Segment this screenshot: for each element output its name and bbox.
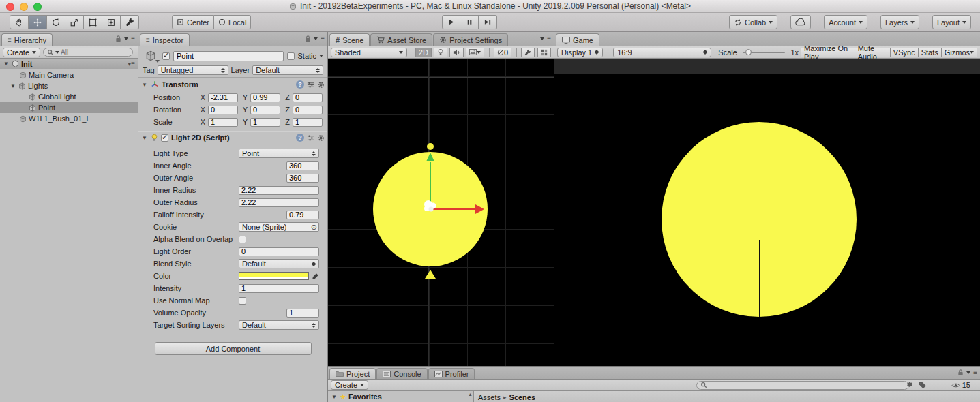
transform-header[interactable]: ▼ Transform ? bbox=[138, 78, 327, 91]
hierarchy-item-main-camera[interactable]: Main Camera bbox=[0, 69, 138, 80]
hidden-packages-toggle[interactable]: 15 bbox=[951, 381, 970, 389]
hierarchy-item-globallight[interactable]: GlobalLight bbox=[0, 91, 138, 102]
lock-icon[interactable] bbox=[957, 369, 964, 376]
position-z-field[interactable] bbox=[293, 93, 323, 102]
volume-opacity-field[interactable] bbox=[286, 309, 319, 318]
layer-dropdown[interactable]: Default bbox=[252, 65, 323, 75]
rotation-x-field[interactable] bbox=[208, 106, 238, 114]
light-gizmo-sprite-icon[interactable] bbox=[421, 198, 439, 215]
hierarchy-search-input[interactable] bbox=[61, 48, 129, 56]
scale-tool-button[interactable] bbox=[65, 15, 84, 29]
panel-menu-caret-icon[interactable] bbox=[124, 37, 128, 40]
add-component-button[interactable]: Add Component bbox=[155, 342, 312, 355]
tab-game[interactable]: Game bbox=[556, 33, 599, 46]
close-window-button[interactable] bbox=[6, 3, 14, 11]
scale-y-field[interactable] bbox=[250, 118, 280, 127]
rotation-y-field[interactable] bbox=[250, 106, 280, 114]
play-button[interactable] bbox=[442, 15, 460, 29]
favorites-row[interactable]: ▼ ★ Favorites bbox=[328, 391, 473, 402]
hierarchy-item-lights[interactable]: ▼ Lights bbox=[0, 80, 138, 91]
outer-angle-field[interactable] bbox=[286, 174, 319, 183]
scale-x-field[interactable] bbox=[208, 118, 238, 127]
scroll-up-arrow[interactable]: ▲ bbox=[468, 392, 473, 397]
static-dropdown[interactable]: Static bbox=[287, 52, 323, 60]
light-outer-radius-handle[interactable] bbox=[425, 270, 436, 279]
search-filter-caret-icon[interactable] bbox=[55, 51, 59, 54]
blend-style-dropdown[interactable]: Default bbox=[239, 259, 319, 268]
move-gizmo-x-arrow-icon[interactable] bbox=[475, 204, 484, 214]
tab-project[interactable]: Project bbox=[329, 368, 376, 379]
hierarchy-search[interactable] bbox=[43, 48, 133, 57]
preset-icon[interactable] bbox=[307, 134, 314, 142]
scale-slider[interactable] bbox=[743, 52, 786, 53]
layout-dropdown[interactable]: Layout bbox=[932, 15, 971, 29]
lock-icon[interactable] bbox=[115, 35, 121, 42]
move-gizmo-y-arrow-icon[interactable] bbox=[426, 153, 434, 161]
lock-icon[interactable] bbox=[305, 35, 311, 42]
scene-visibility-toggle[interactable]: 0 bbox=[494, 48, 511, 57]
scene-viewport[interactable] bbox=[328, 59, 554, 366]
hierarchy-item-bush[interactable]: W1L1_Bush_01_L bbox=[0, 113, 138, 124]
use-normal-map-checkbox[interactable] bbox=[239, 297, 246, 305]
panel-menu-icon[interactable]: ≡ bbox=[131, 35, 135, 42]
lights-foldout-icon[interactable]: ▼ bbox=[10, 83, 16, 89]
preset-icon[interactable] bbox=[307, 81, 314, 89]
scene-foldout-icon[interactable]: ▼ bbox=[3, 61, 10, 67]
rect-tool-button[interactable] bbox=[84, 15, 102, 29]
aspect-ratio-dropdown[interactable]: 16:9 bbox=[613, 48, 711, 57]
help-icon[interactable]: ? bbox=[296, 80, 304, 89]
project-search-input[interactable] bbox=[709, 382, 905, 389]
custom-tool-button[interactable] bbox=[121, 15, 139, 29]
color-swatch[interactable] bbox=[239, 272, 309, 280]
gameobject-icon-large[interactable] bbox=[143, 49, 159, 63]
falloff-intensity-field[interactable] bbox=[286, 211, 319, 219]
tab-profiler[interactable]: Profiler bbox=[428, 368, 475, 379]
gear-icon[interactable] bbox=[317, 81, 325, 89]
transform-foldout-icon[interactable]: ▼ bbox=[141, 82, 148, 88]
rotation-z-field[interactable] bbox=[293, 106, 323, 114]
light2d-header[interactable]: ▼ Light 2D (Script) ? bbox=[138, 131, 327, 144]
panel-menu-icon[interactable]: ≡ bbox=[547, 35, 551, 42]
help-icon[interactable]: ? bbox=[296, 134, 304, 142]
active-checkbox[interactable] bbox=[162, 52, 170, 60]
project-create-button[interactable]: Create bbox=[331, 380, 368, 390]
scale-slider-knob[interactable] bbox=[745, 49, 752, 55]
panel-menu-caret-icon[interactable] bbox=[314, 37, 318, 40]
static-checkbox[interactable] bbox=[287, 52, 295, 60]
gear-icon[interactable] bbox=[317, 134, 325, 142]
search-by-label-icon[interactable] bbox=[919, 382, 927, 389]
tab-inspector[interactable]: ≡ Inspector bbox=[140, 33, 190, 46]
panel-menu-icon[interactable]: ≡ bbox=[973, 369, 977, 376]
tab-project-settings[interactable]: Project Settings bbox=[433, 33, 508, 46]
component-tools-button[interactable] bbox=[521, 48, 535, 57]
vsync-button[interactable]: VSync bbox=[890, 48, 919, 57]
inner-radius-field[interactable] bbox=[239, 186, 319, 195]
step-button[interactable] bbox=[479, 15, 497, 29]
maximize-on-play-button[interactable]: Maximize On Play bbox=[801, 48, 855, 57]
pause-button[interactable] bbox=[460, 15, 479, 29]
panel-menu-icon[interactable]: ≡ bbox=[321, 35, 325, 42]
scene-effects-dropdown[interactable] bbox=[466, 48, 484, 57]
tab-hierarchy[interactable]: ≡ Hierarchy bbox=[1, 33, 53, 46]
target-sorting-layers-dropdown[interactable]: Default bbox=[239, 320, 319, 330]
tab-console[interactable]: Console bbox=[376, 368, 427, 379]
cookie-object-field[interactable]: None (Sprite) ⊙ bbox=[239, 222, 319, 232]
object-picker-icon[interactable]: ⊙ bbox=[311, 223, 317, 231]
collab-dropdown[interactable]: Collab bbox=[729, 15, 777, 29]
favorites-foldout-icon[interactable]: ▼ bbox=[331, 394, 338, 400]
tag-dropdown[interactable]: Untagged bbox=[158, 65, 228, 75]
light-radius-handle[interactable] bbox=[427, 143, 434, 150]
tab-asset-store[interactable]: Asset Store bbox=[370, 33, 432, 46]
account-dropdown[interactable]: Account bbox=[824, 15, 867, 29]
scene-header-row[interactable]: ▼ Init ▾≡ bbox=[0, 59, 138, 69]
scene-lighting-toggle[interactable] bbox=[434, 48, 447, 57]
light2d-foldout-icon[interactable]: ▼ bbox=[141, 135, 148, 141]
intensity-field[interactable] bbox=[239, 284, 319, 293]
light2d-enabled-checkbox[interactable] bbox=[161, 134, 168, 142]
layers-dropdown[interactable]: Layers bbox=[880, 15, 919, 29]
zoom-window-button[interactable] bbox=[33, 3, 42, 11]
pivot-center-button[interactable]: Center bbox=[172, 15, 214, 29]
gizmos-dropdown[interactable]: Gizmos bbox=[941, 48, 977, 57]
panel-menu-caret-icon[interactable] bbox=[966, 371, 970, 374]
move-tool-button[interactable] bbox=[29, 15, 47, 29]
